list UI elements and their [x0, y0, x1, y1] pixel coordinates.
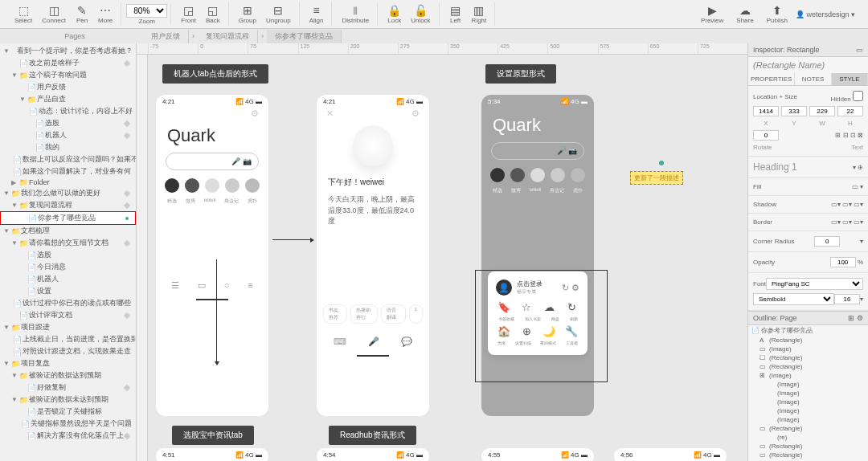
tree-item[interactable]: ▼📁请你着想的交互细节文档 [0, 237, 136, 249]
font-weight-select[interactable]: Semibold [753, 293, 834, 305]
tree-item[interactable]: 📄设置 [0, 285, 136, 297]
preview-button[interactable]: ▶Preview [696, 2, 728, 26]
phone-mockup-1[interactable]: 4:21📶 4G ▬ ⚙ Quark 🎤 📷 精选微博bilibili身边记虎扑… [156, 95, 268, 416]
right-button[interactable]: ▥Right [467, 2, 492, 26]
user-menu[interactable]: 👤 wetersdesign ▾ [796, 10, 855, 18]
outline-item[interactable]: ▭(Image) [748, 345, 868, 353]
tree-item[interactable]: 📄改之前是啥样子 [0, 57, 136, 69]
font-family-select[interactable]: PingFang SC [766, 278, 863, 290]
tree-item[interactable]: 📄我的 [0, 141, 136, 153]
tree-item[interactable]: 📄动态：设计讨论，内容上不好 [0, 105, 136, 117]
outline-item[interactable]: (re) [748, 433, 868, 442]
outline-item[interactable]: (Image) [748, 415, 868, 424]
shadow-controls[interactable]: ▭▾ ▭▾ ▭▾ [831, 201, 863, 208]
lock-button[interactable]: 🔒Lock [383, 2, 406, 26]
tab-style[interactable]: STYLE [832, 73, 868, 85]
tree-item[interactable]: ▼📁文档梳理 [0, 225, 136, 237]
pages-panel: ▼看到一个提示时，你是否考虑看她？📄改之前是啥样子▼📁这个稿子有啥问题📄用户反馈… [0, 43, 137, 461]
tree-item[interactable]: 📄机器人 [0, 129, 136, 141]
tree-item[interactable]: 📄设计评审文档 [0, 309, 136, 321]
tab-3[interactable]: 你参考了哪些竞品 [267, 30, 342, 43]
distribute-button[interactable]: ⫴Distribute [337, 2, 374, 26]
zoom-select[interactable]: 80% [126, 4, 167, 18]
canvas[interactable]: -75075125200275350425500575650725 机器人tab… [137, 43, 747, 461]
rotate-input[interactable] [753, 130, 779, 141]
front-button[interactable]: ◲Front [176, 2, 201, 26]
unlock-button[interactable]: 🔓Unlock [406, 2, 435, 26]
hidden-checkbox[interactable] [853, 91, 863, 101]
tree-item[interactable]: 📄关键指标显然设想半天是个问题 [0, 418, 136, 430]
fill-color[interactable]: ▭ ▾ [852, 183, 863, 190]
tab-notes[interactable]: NOTES [795, 73, 831, 85]
tree-item[interactable]: ▼📁项目跟进 [0, 321, 136, 333]
tree-item[interactable]: 📄设计过程中你已有的读点或有哪些 [0, 297, 136, 309]
tree-item[interactable]: 📄上线截止日，当前进度，是否置换到 [0, 333, 136, 345]
tree-item[interactable]: ▼看到一个提示时，你是否考虑看她？ [0, 45, 136, 57]
tree-item[interactable]: 📄选股 [0, 117, 136, 129]
tree-item[interactable]: ▼📁产品自查 [0, 93, 136, 105]
connect-tool[interactable]: ◫Connect [37, 2, 71, 26]
tree-item[interactable]: 📄你参考了哪些竞品 [0, 211, 136, 225]
ruler-horizontal: -75075125200275350425500575650725 [137, 43, 747, 55]
corner-input[interactable] [814, 236, 840, 247]
tree-item[interactable]: 📄好做复制 [0, 381, 136, 394]
tree-item[interactable]: ▼📁这个稿子有啥问题 [0, 69, 136, 81]
selection-rect[interactable] [475, 270, 608, 382]
tree-item[interactable]: ▼📁项目复盘 [0, 357, 136, 369]
tree-item[interactable]: 📄数据上可以反应这个问题吗？如果不 [0, 153, 136, 165]
inspector-icon[interactable]: ▭ [856, 46, 863, 54]
outline-item[interactable]: (Image) [748, 406, 868, 415]
tree-item[interactable]: 📄机器人 [0, 273, 136, 285]
publish-button[interactable]: ⬆Publish [762, 2, 792, 26]
tab-1[interactable]: 用户反馈 [143, 30, 189, 43]
opacity-input[interactable] [830, 257, 856, 267]
select-tool[interactable]: ⬚Select [10, 2, 37, 26]
outline-item[interactable]: ⊞(Image) [748, 371, 868, 380]
tree-item[interactable]: 📄用户反馈 [0, 81, 136, 93]
ungroup-button[interactable]: ⊟Ungroup [261, 2, 296, 26]
left-button[interactable]: ▤Left [444, 2, 467, 26]
tree-item[interactable]: ▼📁我们怎么做可以做的更好 [0, 187, 136, 199]
outline-item[interactable]: ▭(Rectangle) [748, 451, 868, 459]
x-input[interactable] [753, 106, 779, 116]
tree-item[interactable]: 📄是否锁定了关键指标 [0, 406, 136, 418]
tree-item[interactable]: 📄今日消息 [0, 261, 136, 273]
y-input[interactable] [781, 106, 807, 116]
tree-item[interactable]: ▼📁复现问题流程 [0, 199, 136, 211]
phone-mockup-2[interactable]: 4:21📶 4G ▬ ✕⚙ 下午好！weiwei 今天白天雨，晚上阴，最高温度3… [317, 95, 429, 416]
tree-item[interactable]: ▶📁Folder [0, 177, 136, 187]
outline-item[interactable]: (Image) [748, 389, 868, 398]
search-bar[interactable]: 🎤 📷 [166, 153, 259, 170]
outline-item[interactable]: (Image) [748, 380, 868, 389]
outline-item[interactable]: 📄你参考了哪些竞品 [748, 325, 868, 336]
tree-item[interactable]: 📄选股 [0, 249, 136, 261]
border-controls[interactable]: ▭▾ ▭▾ ▭▾ [831, 218, 863, 226]
pen-tool[interactable]: ✎Pen [71, 2, 93, 26]
outline-item[interactable]: ☐(Rectangle) [748, 353, 868, 362]
tree-item[interactable]: 📄如果这个问题解决了，对业务有何 [0, 165, 136, 177]
share-button[interactable]: ☁Share [731, 2, 758, 26]
element-name[interactable]: (Rectangle Name) [748, 57, 868, 73]
outline-item[interactable]: ▭(Rectangle) [748, 424, 868, 433]
main-toolbar: ⬚Select ◫Connect ✎Pen ⋯More 80% Zoom ◲Fr… [0, 0, 868, 29]
tab-2[interactable]: 复现问题流程 [198, 30, 258, 43]
group-button[interactable]: ⊞Group [234, 2, 261, 26]
outline-item[interactable]: ▭(Rectangle) [748, 362, 868, 371]
tab-properties[interactable]: PROPERTIES [748, 73, 795, 85]
align-button[interactable]: ≡Align [305, 2, 329, 26]
back-button[interactable]: ◱Back [201, 2, 225, 26]
outline-item[interactable]: (Image) [748, 398, 868, 406]
canvas-label-4: Readhub资讯形式 [329, 426, 416, 445]
w-input[interactable] [809, 106, 835, 116]
tree-item[interactable]: 📄解决方案没有优化落点于上 [0, 430, 136, 442]
outline-item[interactable]: ▭(Rectangle) [748, 442, 868, 451]
more-tool[interactable]: ⋯More [93, 2, 117, 26]
annotation-note[interactable]: 更新了一段描述 [630, 171, 683, 185]
outline-item[interactable]: A(Rectangle) [748, 336, 868, 345]
tree-item[interactable]: 📄对照设计跟进文档，实现效果走查 [0, 345, 136, 357]
tree-item[interactable]: ▼📁被验证的数据达到预期 [0, 369, 136, 381]
h-input[interactable] [837, 106, 863, 116]
font-size-input[interactable] [834, 294, 860, 304]
heading-dropdown[interactable]: ▾ ⊕ [853, 164, 863, 171]
tree-item[interactable]: ▼📁被验证的数据未达到预期 [0, 394, 136, 406]
